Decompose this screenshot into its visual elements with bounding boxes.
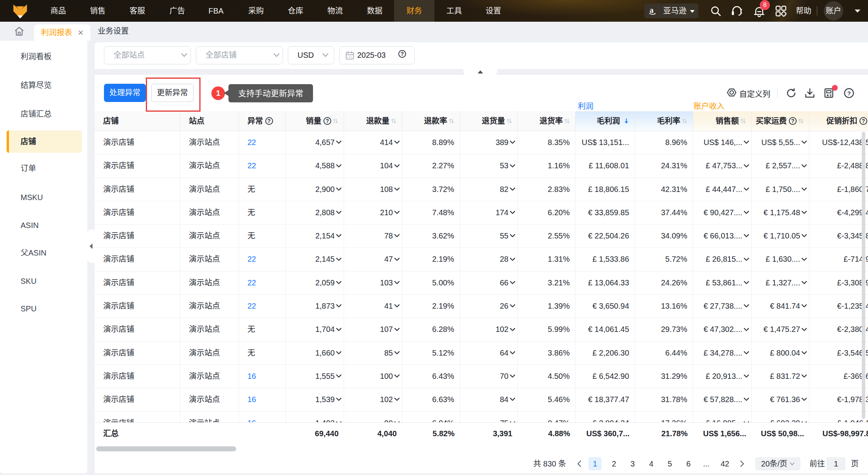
svg-text:a: a [650, 6, 654, 14]
svg-text:?: ? [847, 90, 851, 97]
